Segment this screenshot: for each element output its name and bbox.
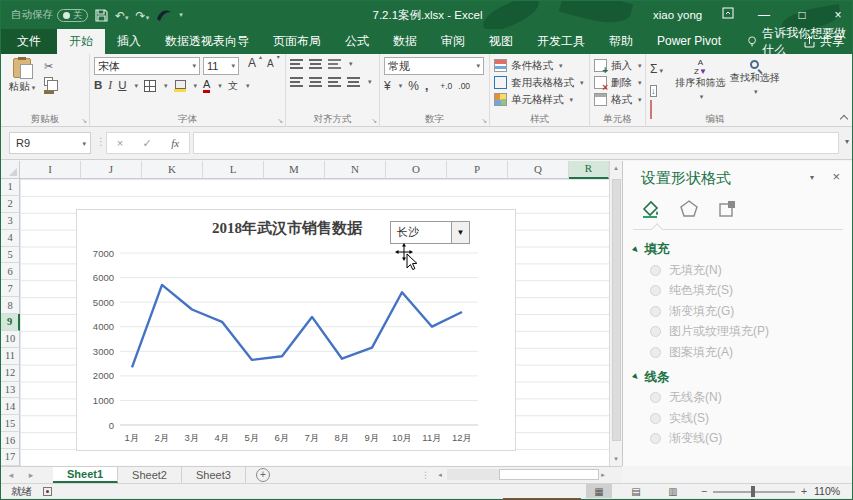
macro-record-icon[interactable] <box>43 487 52 496</box>
decrease-indent-button[interactable] <box>328 77 341 87</box>
dialog-launcher-icon[interactable]: ↘ <box>81 117 87 125</box>
size-properties-tab-icon[interactable] <box>717 199 737 219</box>
row-header-17[interactable]: 17 <box>1 449 19 466</box>
paste-button[interactable]: 粘贴▾ <box>5 57 39 113</box>
tab-pivot-wizard[interactable]: 数据透视表向导 <box>153 29 261 54</box>
autosum-button[interactable]: Σ▾ <box>650 59 671 77</box>
fill-color-button[interactable] <box>174 80 186 92</box>
pane-section-fill[interactable]: ▶填充 <box>633 241 853 258</box>
row-header-13[interactable]: 13 <box>1 382 19 399</box>
row-header-5[interactable]: 5 <box>1 247 19 264</box>
row-header-6[interactable]: 6 <box>1 263 19 280</box>
collapse-ribbon-button[interactable] <box>840 114 848 122</box>
tab-data[interactable]: 数据 <box>381 29 429 54</box>
normal-view-button[interactable]: ▦ <box>586 484 612 499</box>
tab-power-pivot[interactable]: Power Pivot <box>645 29 733 54</box>
effects-tab-icon[interactable] <box>679 199 699 219</box>
borders-button[interactable] <box>144 80 156 92</box>
row-header-9[interactable]: 9 <box>1 314 20 331</box>
tab-file[interactable]: 文件 <box>1 29 57 54</box>
italic-button[interactable]: I <box>108 80 112 92</box>
row-header-15[interactable]: 15 <box>1 415 19 432</box>
increase-decimal-button[interactable]: +.0 <box>440 81 452 91</box>
pane-close-button[interactable]: × <box>832 169 840 184</box>
dialog-launcher-icon[interactable]: ↘ <box>371 117 377 125</box>
name-box[interactable]: R9▾ <box>9 132 91 154</box>
align-top-button[interactable] <box>290 59 303 69</box>
scroll-down-icon[interactable]: ▾ <box>610 455 622 463</box>
pane-option-fill-2[interactable]: 渐变填充(G) <box>650 301 853 322</box>
pane-option-line-1[interactable]: 实线(S) <box>650 408 853 429</box>
formula-input[interactable] <box>193 132 839 154</box>
font-color-button[interactable]: A <box>203 79 210 93</box>
find-select-button[interactable]: 查找和选择▾ <box>730 57 780 113</box>
row-header-16[interactable]: 16 <box>1 432 19 449</box>
format-cells-button[interactable]: 格式▾ <box>594 91 641 108</box>
sheet-tab-sheet3[interactable]: Sheet3 <box>182 467 246 483</box>
number-format-select[interactable]: 常规▾ <box>384 57 484 75</box>
ribbon-display-options-button[interactable] <box>713 1 743 29</box>
pane-option-fill-0[interactable]: 无填充(N) <box>650 260 853 281</box>
zoom-out-button[interactable]: − <box>701 484 707 499</box>
confirm-entry-button[interactable]: ✓ <box>143 137 152 150</box>
page-break-view-button[interactable]: ▥ <box>660 484 686 499</box>
row-header-10[interactable]: 10 <box>1 331 19 348</box>
sheet-tab-sheet1[interactable]: Sheet1 <box>53 467 118 483</box>
cut-icon[interactable]: ✂ <box>44 60 54 73</box>
pane-option-fill-3[interactable]: 图片或纹理填充(P) <box>650 322 853 343</box>
copy-icon[interactable] <box>44 77 53 86</box>
pane-option-fill-4[interactable]: 图案填充(A) <box>650 342 853 363</box>
column-header-L[interactable]: L <box>203 161 264 179</box>
pane-menu-icon[interactable]: ▾ <box>810 173 814 182</box>
row-header-8[interactable]: 8 <box>1 297 19 314</box>
column-header-J[interactable]: J <box>81 161 142 179</box>
column-header-M[interactable]: M <box>264 161 325 179</box>
pane-option-fill-1[interactable]: 纯色填充(S) <box>650 281 853 302</box>
horizontal-scroll-track[interactable] <box>447 469 596 480</box>
row-header-7[interactable]: 7 <box>1 280 19 297</box>
resize-dots-icon[interactable]: ⋮ <box>96 136 106 147</box>
sheetbar-resize-icon[interactable]: ⋮ <box>421 470 430 480</box>
prev-sheet-button[interactable]: ◂ <box>1 467 21 483</box>
pane-section-line[interactable]: ▶线条 <box>633 369 853 386</box>
horizontal-scrollbar[interactable]: ◂ ▸ <box>433 468 610 481</box>
merge-center-button[interactable] <box>347 77 360 87</box>
account-user-name[interactable]: xiao yong <box>653 1 702 29</box>
column-header-Q[interactable]: Q <box>508 161 569 179</box>
pane-option-line-2[interactable]: 渐变线(G) <box>650 429 853 450</box>
font-name-select[interactable]: 宋体▾ <box>94 57 200 75</box>
tab-page-layout[interactable]: 页面布局 <box>261 29 333 54</box>
row-header-3[interactable]: 3 <box>1 213 19 230</box>
tab-insert[interactable]: 插入 <box>105 29 153 54</box>
cancel-entry-button[interactable]: × <box>117 137 123 149</box>
next-sheet-button[interactable]: ▸ <box>21 467 41 483</box>
vertical-scrollbar[interactable]: ▴ ▾ <box>609 161 622 466</box>
row-header-1[interactable]: 1 <box>1 179 19 196</box>
row-header-4[interactable]: 4 <box>1 230 19 247</box>
share-button[interactable]: 共享 <box>803 29 844 54</box>
pane-option-line-0[interactable]: 无线条(N) <box>650 388 853 409</box>
font-size-select[interactable]: 11▾ <box>203 57 239 75</box>
dialog-launcher-icon[interactable]: ↘ <box>277 117 283 125</box>
percent-style-button[interactable]: % <box>408 79 419 93</box>
chart-object[interactable]: 2018年武汉市销售数据 长沙 ▼ 0100020003000400050006… <box>76 209 516 451</box>
fill-button[interactable]: ↓ <box>650 80 671 98</box>
sort-filter-button[interactable]: AZ▼ 排序和筛选▾ <box>675 57 725 113</box>
tab-help[interactable]: 帮助 <box>597 29 645 54</box>
underline-button[interactable]: U <box>118 80 126 92</box>
vertical-scroll-thumb[interactable] <box>612 179 621 441</box>
grow-font-button[interactable]: A▴ <box>248 57 256 75</box>
tab-developer[interactable]: 开发工具 <box>525 29 597 54</box>
column-header-P[interactable]: P <box>447 161 508 179</box>
column-header-K[interactable]: K <box>142 161 203 179</box>
row-header-12[interactable]: 12 <box>1 365 19 382</box>
chart-line-series[interactable] <box>132 285 462 367</box>
bold-button[interactable]: B <box>94 80 102 92</box>
zoom-in-button[interactable]: + <box>801 484 807 499</box>
scroll-left-icon[interactable]: ◂ <box>433 471 447 479</box>
column-header-N[interactable]: N <box>325 161 386 179</box>
delete-cells-button[interactable]: 删除▾ <box>594 74 641 91</box>
comma-style-button[interactable]: , <box>425 79 428 93</box>
new-sheet-button[interactable]: + <box>256 468 270 482</box>
cell-styles-button[interactable]: 单元格样式▾ <box>494 91 585 108</box>
